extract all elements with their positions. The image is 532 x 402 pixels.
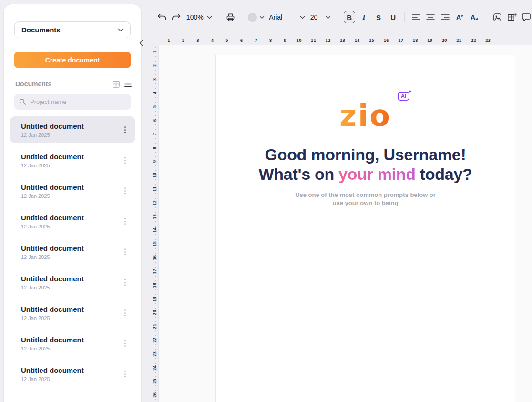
kebab-menu-icon[interactable] [122,246,129,258]
font-size-value: 20 [310,13,318,21]
ai-badge-plus: + [409,89,411,94]
ruler-segment: 10 [152,168,158,182]
align-left-icon[interactable] [410,11,421,23]
document-title: Untitled document [21,305,122,313]
vertical-ruler: 1 2 3 4 5 6 7 8 9 10 11 12 13 14 15 16 1… [152,45,158,402]
ruler-segment: 19 [152,292,158,306]
print-button[interactable] [225,11,236,23]
ruler-segment: 5 [215,38,230,44]
undo-button[interactable] [156,11,167,23]
document-title: Untitled document [21,214,122,222]
ruler-segment: 5 [152,100,158,113]
ruler-segment: 24 [152,361,158,375]
document-list-item[interactable]: Untitled document 12 Jan 2025 [10,208,135,235]
ruler-segment: 8 [152,141,158,155]
document-list-item[interactable]: Untitled document 12 Jan 2025 [10,116,135,143]
document-list-item[interactable]: Untitled document 12 Jan 2025 [10,299,135,326]
document-date: 12 Jan 2025 [21,346,122,351]
documents-list-header: Documents [15,79,132,89]
document-list: Untitled document 12 Jan 2025 Untitled d… [10,116,135,391]
ruler-segment: 18 [152,278,158,292]
document-title: Untitled document [21,336,122,344]
strikethrough-button[interactable]: S [373,11,384,23]
ruler-segment: 18 [405,38,419,44]
horizontal-ruler: 1 2 3 4 5 6 7 8 9 10 11 12 13 14 15 16 1… [157,38,492,44]
document-list-item[interactable]: Untitled document 12 Jan 2025 [10,330,135,357]
font-size-select[interactable]: 20 [309,13,332,21]
ruler-segment: 25 [152,375,158,389]
ruler-segment: 14 [152,224,158,237]
document-date: 12 Jan 2025 [21,285,122,290]
documents-dropdown[interactable]: Documents [14,21,131,38]
align-center-icon[interactable] [425,11,436,23]
zoom-value: 100% [186,13,204,21]
italic-button[interactable]: I [358,11,370,23]
document-title: Untitled document [21,244,122,252]
kebab-menu-icon[interactable] [122,154,129,166]
document-title: Untitled document [21,183,122,191]
subscript-button[interactable]: A₂ [469,11,480,23]
ruler-segment: 20 [434,38,449,44]
ruler-segment: 9 [274,38,288,44]
text-color-select[interactable] [248,13,265,22]
kebab-menu-icon[interactable] [122,368,129,380]
font-family-select[interactable]: Arial [268,13,306,21]
kebab-menu-icon[interactable] [122,337,129,350]
document-list-item[interactable]: Untitled document 12 Jan 2025 [10,177,135,204]
chevron-down-icon [326,16,331,19]
ruler-segment: 21 [152,320,158,333]
kebab-menu-icon[interactable] [122,185,129,197]
greeting-subtitle: Use one of the most common prompts below… [216,191,515,207]
document-list-item[interactable]: Untitled document 12 Jan 2025 [10,147,135,174]
kebab-menu-icon[interactable] [122,124,129,136]
redo-button[interactable] [171,11,182,23]
chevron-down-icon [300,16,305,19]
ruler-segment: 1 [152,45,158,59]
superscript-button[interactable]: A² [454,11,466,23]
document-list-item[interactable]: Untitled document 12 Jan 2025 [10,238,135,265]
ruler-segment: 13 [152,210,158,224]
ruler-segment: 12 [152,196,158,210]
chevron-down-icon [259,16,265,19]
insert-table-icon[interactable] [506,11,517,23]
align-right-icon[interactable] [440,11,450,23]
font-family-value: Arial [269,13,282,21]
document-date: 12 Jan 2025 [21,315,122,321]
ruler-segment: 3 [186,38,201,44]
underline-button[interactable]: U [388,11,399,23]
ruler-segment: 2 [172,38,187,44]
grid-view-icon[interactable] [113,81,120,88]
image-icon[interactable] [492,11,503,23]
zoom-select[interactable]: 100% [185,13,213,21]
kebab-menu-icon[interactable] [122,307,129,319]
toolbar-divider [486,12,486,22]
list-view-icon[interactable] [124,81,132,87]
ruler-segment: 23 [152,347,158,361]
document-date: 12 Jan 2025 [21,163,122,168]
ruler-segment: 8 [259,38,274,44]
ruler-segment: 12 [317,38,332,44]
kebab-menu-icon[interactable] [122,215,129,227]
greeting-line1: Good morning, Username! [216,145,515,165]
document-title: Untitled document [21,275,122,283]
document-page[interactable]: zio AI + Good morning, Username! What's … [215,55,515,402]
ruler-segment: 14 [347,38,361,44]
sidebar-collapse-button[interactable] [137,38,145,48]
ruler-segment: 17 [152,265,158,278]
kebab-menu-icon[interactable] [122,276,129,289]
document-date: 12 Jan 2025 [21,193,122,199]
comment-icon[interactable] [521,11,532,23]
ruler-segment: 3 [152,72,158,86]
document-date: 12 Jan 2025 [21,254,122,260]
document-list-item[interactable]: Untitled document 12 Jan 2025 [10,361,135,387]
create-document-button[interactable]: Create document [14,52,131,68]
document-title: Untitled document [21,153,122,161]
ruler-segment: 9 [152,155,158,169]
editor-canvas: zio AI + Good morning, Username! What's … [158,45,532,402]
ruler-segment: 19 [419,38,434,44]
document-date: 12 Jan 2025 [21,224,122,229]
chevron-down-icon [207,16,212,19]
bold-button[interactable]: B [344,11,355,23]
document-list-item[interactable]: Untitled document 12 Jan 2025 [10,269,135,296]
search-input[interactable] [30,98,126,105]
